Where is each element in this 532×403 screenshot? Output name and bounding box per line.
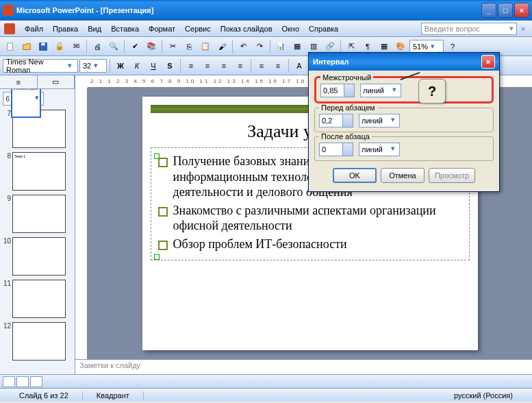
- underline-button[interactable]: Ч: [146, 58, 161, 73]
- undo-button[interactable]: ↶: [236, 39, 251, 54]
- align-left-button[interactable]: ≡: [183, 58, 199, 73]
- window-title: Microsoft PowerPoint - [Презентация]: [16, 6, 481, 14]
- preview-button[interactable]: Просмотр: [429, 168, 475, 183]
- preview-button[interactable]: 🔍: [106, 39, 121, 54]
- menu-view[interactable]: Вид: [84, 23, 105, 34]
- research-button[interactable]: 📚: [144, 39, 159, 54]
- app-icon: [3, 5, 14, 16]
- notes-pane[interactable]: Заметки к слайду: [75, 359, 532, 374]
- menu-window[interactable]: Окно: [278, 23, 304, 34]
- line-spacing-dialog: Интервал × Межстрочный 0,85 линий Перед …: [308, 52, 500, 192]
- font-combo[interactable]: Times New Roman▾: [3, 59, 78, 73]
- menubar: Файл Правка Вид Вставка Формат Сервис По…: [0, 21, 532, 37]
- help-search-input[interactable]: Введите вопрос▾: [421, 23, 517, 35]
- line-spacing-value[interactable]: 0,85: [320, 84, 355, 97]
- dialog-titlebar[interactable]: Интервал ×: [309, 53, 499, 71]
- line-spacing-legend: Межстрочный: [320, 73, 373, 82]
- powerpoint-icon: [4, 23, 15, 34]
- bullets-button[interactable]: ≡: [270, 58, 286, 73]
- increase-font-button[interactable]: A: [292, 58, 307, 73]
- table-button[interactable]: ▦: [290, 39, 305, 54]
- paste-button[interactable]: 📋: [198, 39, 213, 54]
- before-paragraph-group: Перед абзацем 0,2 линий: [314, 108, 494, 132]
- after-value[interactable]: 0: [319, 143, 353, 156]
- menu-format[interactable]: Формат: [144, 23, 179, 34]
- before-legend: Перед абзацем: [319, 103, 377, 112]
- bold-button[interactable]: Ж: [113, 58, 128, 73]
- email-button[interactable]: ✉: [68, 39, 84, 54]
- minimize-button[interactable]: _: [481, 3, 496, 18]
- dialog-title: Интервал: [313, 58, 349, 66]
- outline-tab[interactable]: ≡: [0, 75, 38, 88]
- status-language: русский (Россия): [440, 391, 527, 400]
- after-paragraph-group: После абзаца 0 линий: [314, 136, 494, 161]
- vertical-ruler: [75, 88, 88, 359]
- menu-slideshow[interactable]: Показ слайдов: [216, 23, 277, 34]
- format-painter-button[interactable]: 🖌: [214, 39, 229, 54]
- slide-thumbnail[interactable]: 11: [3, 280, 72, 318]
- align-right-button[interactable]: ≡: [216, 58, 231, 73]
- slide-thumbnail[interactable]: 12: [3, 322, 72, 361]
- copy-button[interactable]: ⎘: [181, 39, 197, 54]
- line-spacing-unit[interactable]: линий: [360, 84, 401, 97]
- line-spacing-group: Межстрочный 0,85 линий: [314, 76, 494, 103]
- menu-help[interactable]: Справка: [305, 23, 342, 34]
- shadow-button[interactable]: S: [162, 58, 177, 73]
- sorter-view-button[interactable]: [16, 376, 29, 387]
- close-button[interactable]: ×: [514, 3, 529, 18]
- menu-close-doc[interactable]: ×: [518, 25, 528, 33]
- align-center-button[interactable]: ≡: [200, 58, 215, 73]
- slide-thumbnail[interactable]: 10: [3, 237, 72, 276]
- statusbar: Слайд 6 из 22 Квадрант русский (Россия): [0, 388, 532, 402]
- titlebar: Microsoft PowerPoint - [Презентация] _ □…: [0, 0, 532, 21]
- menu-insert[interactable]: Вставка: [107, 23, 143, 34]
- after-legend: После абзаца: [319, 132, 372, 141]
- after-unit[interactable]: линий: [359, 143, 400, 156]
- font-size-combo[interactable]: 32▾: [79, 59, 107, 73]
- cancel-button[interactable]: Отмена: [381, 168, 425, 183]
- before-unit[interactable]: линий: [359, 114, 400, 127]
- numbering-button[interactable]: ≡: [254, 58, 269, 73]
- italic-button[interactable]: К: [129, 58, 144, 73]
- slide-thumbnail[interactable]: 6Задачи учебного курса: [3, 92, 44, 106]
- permission-button[interactable]: 🔒: [52, 39, 67, 54]
- chart-button[interactable]: 📊: [273, 39, 288, 54]
- slide-thumbnail[interactable]: 8Тема 1: [3, 152, 72, 191]
- bullet-item[interactable]: Обзор проблем ИТ-безопасности: [154, 236, 466, 252]
- spelling-button[interactable]: ✔: [127, 39, 142, 54]
- align-justify-button[interactable]: ≡: [233, 58, 248, 73]
- view-buttons: [0, 374, 532, 388]
- cut-button[interactable]: ✂: [165, 39, 180, 54]
- new-button[interactable]: [3, 39, 18, 54]
- normal-view-button[interactable]: [3, 376, 15, 387]
- zoom-combo[interactable]: 51%▾: [409, 40, 444, 53]
- menu-tools[interactable]: Сервис: [181, 23, 215, 34]
- before-value[interactable]: 0,2: [319, 114, 353, 127]
- open-button[interactable]: [19, 39, 34, 54]
- status-slide-number: Слайд 6 из 22: [5, 391, 83, 400]
- maximize-button[interactable]: □: [498, 3, 513, 18]
- thumbnail-panel: ≡ ▭ 6Задачи учебного курса7Структура8Тем…: [0, 75, 75, 374]
- slides-tab[interactable]: ▭: [38, 75, 75, 88]
- ok-button[interactable]: OK: [333, 168, 377, 183]
- save-button[interactable]: [36, 39, 51, 54]
- svg-rect-2: [41, 42, 45, 45]
- svg-rect-0: [8, 42, 13, 50]
- dialog-close-button[interactable]: ×: [481, 55, 495, 69]
- bullet-item[interactable]: Знакомство с различными аспектами органи…: [154, 203, 466, 234]
- menu-file[interactable]: Файл: [21, 23, 47, 34]
- redo-button[interactable]: ↷: [252, 39, 267, 54]
- menu-edit[interactable]: Правка: [49, 23, 82, 34]
- slide-thumbnail[interactable]: 9: [3, 195, 72, 233]
- slideshow-view-button[interactable]: [30, 376, 42, 387]
- help-callout: ?: [418, 79, 446, 103]
- status-layout: Квадрант: [83, 391, 144, 400]
- print-button[interactable]: 🖨: [90, 39, 105, 54]
